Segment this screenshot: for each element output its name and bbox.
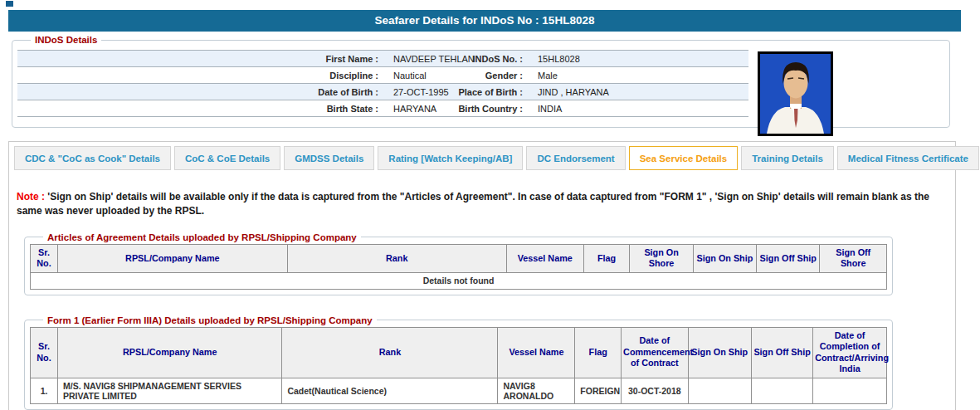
- col-vessel-name: Vessel Name: [498, 327, 575, 378]
- col-rank: Rank: [282, 327, 498, 378]
- birth-country-label: Birth Country :: [443, 104, 529, 114]
- portrait-image: [760, 54, 831, 134]
- col-flag: Flag: [583, 244, 630, 272]
- col-date-completion: Date of Completion of Contract/Arriving …: [813, 327, 887, 378]
- place-of-birth-label: Place of Birth :: [443, 87, 529, 97]
- indos-info-table: First Name : NAVDEEP TEHLAN INDoS No. : …: [17, 50, 748, 117]
- gender-label: Gender :: [443, 71, 529, 81]
- sea-service-panel: CDC & "CoC as Cook" Details CoC & CoE De…: [8, 141, 956, 410]
- col-sr-no: Sr. No.: [31, 327, 58, 378]
- articles-legend: Articles of Agreement Details uploaded b…: [43, 232, 361, 242]
- col-sign-off-ship: Sign Off Ship: [751, 327, 812, 378]
- cell-date-completion: [813, 378, 887, 403]
- note-prefix: Note :: [17, 191, 45, 203]
- tab-strip: CDC & "CoC as Cook" Details CoC & CoE De…: [9, 142, 955, 170]
- tab-medical-fitness-certificate[interactable]: Medical Fitness Certificate: [837, 146, 979, 170]
- form1-section: Form 1 (Earlier Form IIIA) Details uploa…: [24, 315, 893, 410]
- discipline-label: Discipline :: [17, 71, 385, 81]
- cell-sign-off-ship: [751, 378, 812, 403]
- gender-value: Male: [529, 71, 748, 81]
- col-date-commencement: Date of Commencement of Contract: [622, 327, 688, 378]
- tab-gmdss-details[interactable]: GMDSS Details: [284, 146, 374, 170]
- date-of-birth-value: 27-OCT-1995: [385, 87, 443, 97]
- info-row-state: Birth State : HARYANA Birth Country : IN…: [17, 100, 748, 117]
- cell-sign-on-ship: [688, 378, 751, 403]
- col-sign-on-ship: Sign On Ship: [693, 244, 756, 272]
- form1-legend: Form 1 (Earlier Form IIIA) Details uploa…: [43, 315, 377, 325]
- tab-training-details[interactable]: Training Details: [741, 146, 834, 170]
- articles-empty-row: Details not found: [31, 272, 887, 289]
- col-rpsl-company: RPSL/Company Name: [58, 244, 288, 272]
- birth-state-label: Birth State :: [17, 104, 385, 114]
- info-row-name: First Name : NAVDEEP TEHLAN INDoS No. : …: [17, 51, 748, 67]
- tab-rating-watch-keeping-ab[interactable]: Rating [Watch Keeping/AB]: [378, 146, 523, 170]
- info-row-discipline: Discipline : Nautical Gender : Male: [17, 67, 748, 84]
- details-not-found-message: Details not found: [31, 272, 887, 289]
- birth-state-value: HARYANA: [385, 104, 443, 114]
- col-rpsl-company: RPSL/Company Name: [58, 327, 282, 378]
- indos-no-value: 15HL8028: [529, 54, 748, 64]
- cell-sr-no: 1.: [31, 378, 58, 403]
- articles-of-agreement-section: Articles of Agreement Details uploaded b…: [24, 232, 893, 295]
- tab-cdc-coc-as-cook-details[interactable]: CDC & "CoC as Cook" Details: [14, 146, 171, 170]
- seafarer-photo: [758, 51, 833, 136]
- col-flag: Flag: [575, 327, 622, 378]
- page-title: Seafarer Details for INDoS No : 15HL8028: [8, 10, 961, 32]
- cell-rank: Cadet(Nautical Science): [282, 378, 498, 403]
- form1-table: Sr. No. RPSL/Company Name Rank Vessel Na…: [30, 327, 887, 404]
- articles-table: Sr. No. RPSL/Company Name Rank Vessel Na…: [30, 244, 887, 290]
- indos-no-label: INDoS No. :: [443, 54, 529, 64]
- cell-flag: FOREIGN: [575, 378, 622, 403]
- col-sign-on-shore: Sign On Shore: [630, 244, 693, 272]
- form1-data-row: 1. M/S. NAVIG8 SHIPMANAGEMENT SERVIES PR…: [31, 378, 887, 403]
- cell-company-name: M/S. NAVIG8 SHIPMANAGEMENT SERVIES PRIVA…: [58, 378, 282, 403]
- tab-coc-coe-details[interactable]: CoC & CoE Details: [174, 146, 280, 170]
- col-vessel-name: Vessel Name: [506, 244, 583, 272]
- tab-dc-endorsement[interactable]: DC Endorsement: [526, 146, 625, 170]
- date-of-birth-label: Date of Birth :: [17, 87, 385, 97]
- discipline-value: Nautical: [385, 71, 443, 81]
- note-text: 'Sign on Ship' details will be available…: [17, 191, 929, 217]
- col-rank: Rank: [287, 244, 506, 272]
- col-sign-off-shore: Sign Off Shore: [820, 244, 887, 272]
- col-sign-off-ship: Sign Off Ship: [757, 244, 820, 272]
- col-sign-on-ship: Sign On Ship: [688, 327, 751, 378]
- first-name-value: NAVDEEP TEHLAN: [385, 54, 443, 64]
- sign-on-ship-note: Note : 'Sign on Ship' details will be av…: [17, 190, 947, 219]
- indos-details-legend: INDoS Details: [31, 35, 101, 45]
- info-row-birth: Date of Birth : 27-OCT-1995 Place of Bir…: [17, 84, 748, 100]
- place-of-birth-value: JIND , HARYANA: [529, 87, 748, 97]
- first-name-label: First Name :: [17, 54, 385, 64]
- birth-country-value: INDIA: [529, 104, 748, 114]
- form1-header-row: Sr. No. RPSL/Company Name Rank Vessel Na…: [31, 327, 887, 378]
- corner-mark: [6, 1, 13, 7]
- indos-details-section: INDoS Details First Name : NAVDEEP TEHLA…: [12, 35, 950, 128]
- articles-header-row: Sr. No. RPSL/Company Name Rank Vessel Na…: [31, 244, 887, 272]
- col-sr-no: Sr. No.: [31, 244, 58, 272]
- cell-date-commencement: 30-OCT-2018: [622, 378, 688, 403]
- tab-sea-service-details[interactable]: Sea Service Details: [629, 146, 739, 170]
- cell-vessel-name: NAVIG8 ARONALDO: [498, 378, 575, 403]
